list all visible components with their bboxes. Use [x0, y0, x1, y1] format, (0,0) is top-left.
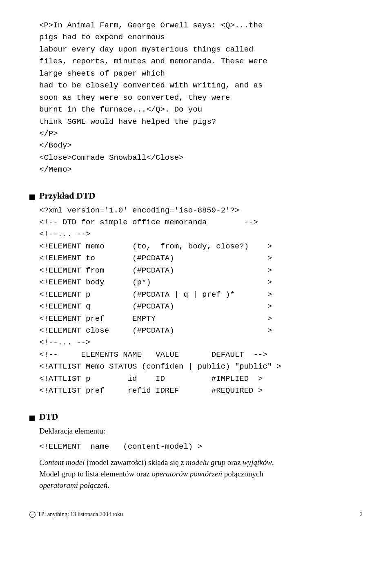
body-text: oraz: [225, 458, 243, 467]
wyjatkow-em: wyjątków: [243, 458, 272, 467]
bullet-icon: [29, 416, 35, 421]
body-text: połączonych: [222, 469, 263, 478]
page-footer: c TP: anything: 13 listopada 2004 roku 2: [29, 510, 363, 519]
footer-left: c TP: anything: 13 listopada 2004 roku: [29, 510, 123, 519]
content-model-paragraph: Content model (model zawartości) składa …: [39, 457, 363, 491]
dtd-code-block: <?xml version='1.0' encoding='iso-8859-2…: [39, 205, 363, 397]
memo-code-block: <P>In Animal Farm, George Orwell says: <…: [39, 20, 363, 176]
declaration-label: Deklaracja elementu:: [39, 425, 363, 437]
body-text: Model grup to lista elementów oraz: [39, 469, 151, 478]
op-powt-em: operatorów powtórzeń: [151, 469, 222, 478]
section-title: DTD: [39, 410, 58, 423]
content-model-em: Content model: [39, 458, 85, 467]
section-title: Przykład DTD: [39, 189, 96, 202]
body-text: (model zawartości) składa się z: [85, 458, 186, 467]
copyright-icon: c: [29, 512, 36, 518]
page-number: 2: [360, 510, 363, 519]
section-dtd: DTD: [29, 410, 363, 423]
bullet-icon: [29, 194, 35, 200]
element-syntax: <!ELEMENT name (content-model) >: [39, 441, 363, 453]
model-grup-em: modelu grup: [186, 458, 225, 467]
footer-text: TP: anything: 13 listopada 2004 roku: [36, 511, 123, 517]
body-text: .: [272, 458, 274, 467]
section-przyklad-dtd: Przykład DTD: [29, 189, 363, 202]
op-pol-em: operatorami połączeń: [39, 481, 107, 489]
body-text: .: [107, 481, 109, 489]
